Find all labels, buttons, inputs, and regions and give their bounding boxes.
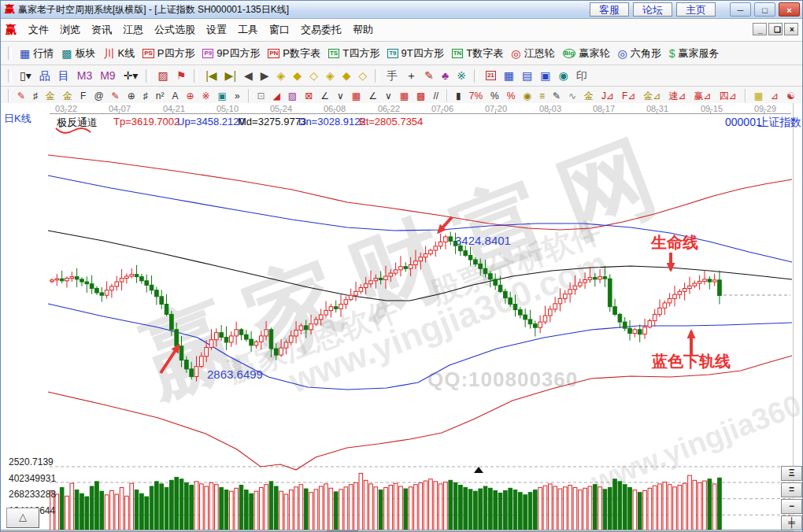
box-lines-tool[interactable]: ⊠ <box>303 91 314 102</box>
wave-9-icon[interactable]: M9 <box>98 69 117 82</box>
highlight-grid-tool[interactable]: ▦ <box>753 91 764 102</box>
n-squared-tool[interactable]: n² <box>154 91 166 102</box>
calendar-icon[interactable]: 21 <box>484 70 498 81</box>
infinity-tool[interactable]: ∞ <box>801 91 802 102</box>
diamond-diag-icon[interactable]: ◇ <box>308 69 320 82</box>
grid-star-tool[interactable]: ▣ <box>216 91 228 102</box>
save-icon[interactable]: ▣ <box>538 69 552 82</box>
wave-line-2-tool[interactable]: ∨ <box>383 91 394 102</box>
mdi-close-button[interactable]: × <box>784 23 798 35</box>
mdi-minimize-button[interactable]: _ <box>753 23 767 35</box>
j-angle-tool[interactable]: J⊿ <box>600 91 616 102</box>
diamond-star-icon[interactable]: ◇ <box>357 69 368 82</box>
speed-angle-tool[interactable]: 速⊿ <box>668 91 688 102</box>
menu-settings[interactable]: 设置 <box>202 21 231 39</box>
compress-3-lines-button[interactable]: Ξ <box>781 466 802 481</box>
starburst-tool[interactable]: ※ <box>200 91 211 102</box>
menu-tools[interactable]: 工具 <box>234 21 262 39</box>
collapse-pane-button[interactable]: △ <box>6 508 39 528</box>
knot-tool[interactable]: ※ <box>455 69 468 82</box>
ink-pen-tool[interactable]: ✎ <box>551 91 562 102</box>
kefu-button[interactable]: 客服 <box>590 2 629 17</box>
web-save-icon[interactable]: ◉ <box>557 69 570 82</box>
gann-circle-tool[interactable]: ⊕ <box>126 91 137 102</box>
menu-file[interactable]: 文件 <box>24 21 53 39</box>
angle-a-tool[interactable]: A <box>170 91 179 102</box>
f10-report-icon[interactable]: 目 <box>57 69 71 82</box>
compress-1-line-button[interactable]: − <box>781 499 802 514</box>
tool-9t-square[interactable]: T99T四方形 <box>386 46 446 61</box>
hand-tool[interactable]: 手 <box>385 69 399 82</box>
notebook-icon[interactable]: ▤ <box>520 69 534 82</box>
golden-circle-tool[interactable]: ◉ <box>521 91 532 102</box>
f-angle-tool[interactable]: F⊿ <box>620 91 637 102</box>
marker-dropdown[interactable]: ✛▾ <box>122 69 140 82</box>
golden-lines-tool[interactable]: ≡ <box>538 91 546 102</box>
four-angle-tool[interactable]: 四⊿ <box>718 91 738 102</box>
pencil-tool[interactable]: ✎ <box>423 69 435 82</box>
close-button[interactable]: × <box>779 2 800 17</box>
menu-gann[interactable]: 江恩 <box>119 21 147 39</box>
percent-line-tool[interactable]: % <box>505 91 517 102</box>
tool-gann-wheel[interactable]: ◎江恩轮 <box>509 46 556 61</box>
diamond-4way-icon[interactable]: ◈ <box>324 69 336 82</box>
tool-winner-wheel[interactable]: Big赢家轮 <box>561 46 612 61</box>
wave-3-icon[interactable]: M3 <box>76 69 94 82</box>
golden-3-tool[interactable]: 金 <box>583 91 595 102</box>
color-chart-icon[interactable]: ⚑ <box>175 69 188 82</box>
wave-line-tool[interactable]: ∨ <box>335 91 346 102</box>
tool-p-number-table[interactable]: PNP数字表 <box>266 46 322 61</box>
print-icon[interactable]: 印 <box>575 69 589 82</box>
mdi-restore-button[interactable]: ❏ <box>768 23 783 35</box>
gann-grid-tool[interactable]: ♯ <box>31 91 39 102</box>
minimize-button[interactable]: ─ <box>730 2 751 17</box>
menu-news[interactable]: 资讯 <box>87 21 116 39</box>
price-grid-3-tool[interactable]: ▩ <box>415 91 427 102</box>
spiral-tool[interactable]: @ <box>92 91 105 102</box>
more-tools-chevron[interactable]: » <box>233 91 242 102</box>
tool-9p-square[interactable]: P99P四方形 <box>201 46 261 61</box>
tool-quotes[interactable]: ▦行情 <box>18 46 55 61</box>
tool-winner-service[interactable]: $赢家服务 <box>668 46 721 61</box>
angle-line-tool[interactable]: ∠ <box>319 91 331 102</box>
menu-trade[interactable]: 交易委托 <box>297 21 346 39</box>
tool-sectors[interactable]: ▩板块 <box>60 46 97 61</box>
golden-section-2-tool[interactable]: 金 <box>61 91 74 102</box>
hash-tool[interactable]: ♯ <box>142 91 150 102</box>
price-grid-2-tool[interactable]: ▦ <box>398 91 410 102</box>
candle-style-dropdown[interactable]: ▯▾ <box>18 69 33 82</box>
tool-kline[interactable]: 川K线 <box>102 46 136 61</box>
page-next-button[interactable]: ▶ <box>259 69 271 82</box>
price-chart-canvas[interactable] <box>1 103 803 532</box>
pen-red-tool[interactable]: ✎ <box>16 91 27 102</box>
tool-t-number-table[interactable]: TNT数字表 <box>450 46 505 61</box>
triangle-7pct-tool[interactable]: 7% <box>468 91 484 102</box>
tool-hexagon[interactable]: ◎六角形 <box>616 46 662 61</box>
home-button[interactable]: 主页 <box>676 2 716 17</box>
forum-button[interactable]: 论坛 <box>633 2 672 17</box>
fibonacci-tool[interactable]: F <box>79 91 87 102</box>
price-grid-tool[interactable]: ▦ <box>350 91 362 102</box>
yingjia-angle-tool[interactable]: 赢⊿ <box>693 91 713 102</box>
diamond-v-icon[interactable]: ◆ <box>291 69 303 82</box>
fan-grid-tool[interactable]: ▨ <box>287 91 298 102</box>
golden-section-tool[interactable]: 金 <box>44 91 57 102</box>
golden-angle-tool[interactable]: 金⊿ <box>642 91 662 102</box>
menu-window[interactable]: 窗口 <box>265 21 294 39</box>
pen-2-tool[interactable]: ✎ <box>110 91 121 102</box>
fan-lines-tool[interactable]: ◢ <box>272 91 282 102</box>
angle-line-2-tool[interactable]: ∠ <box>367 91 379 102</box>
page-prev-button[interactable]: ◀ <box>242 69 254 82</box>
network-quotes-icon[interactable]: 品 <box>38 69 52 82</box>
calculator-icon[interactable]: ▦ <box>502 69 516 82</box>
tool-t-square[interactable]: TST四方形 <box>327 46 381 61</box>
tool-p-square[interactable]: PSP四方形 <box>141 46 196 61</box>
menu-help[interactable]: 帮助 <box>349 21 377 39</box>
goto-first-button[interactable]: |◀ <box>204 69 218 82</box>
diamond-8way-icon[interactable]: ◆ <box>341 69 353 82</box>
diamond-h-icon[interactable]: ◈ <box>276 69 287 82</box>
trend-chart-tool[interactable]: ⊿ <box>769 91 780 102</box>
volume-profile-tool[interactable]: ▮ <box>454 91 463 102</box>
yinyang-tool[interactable]: ☯ <box>785 91 797 102</box>
maximize-button[interactable]: □ <box>754 2 775 17</box>
